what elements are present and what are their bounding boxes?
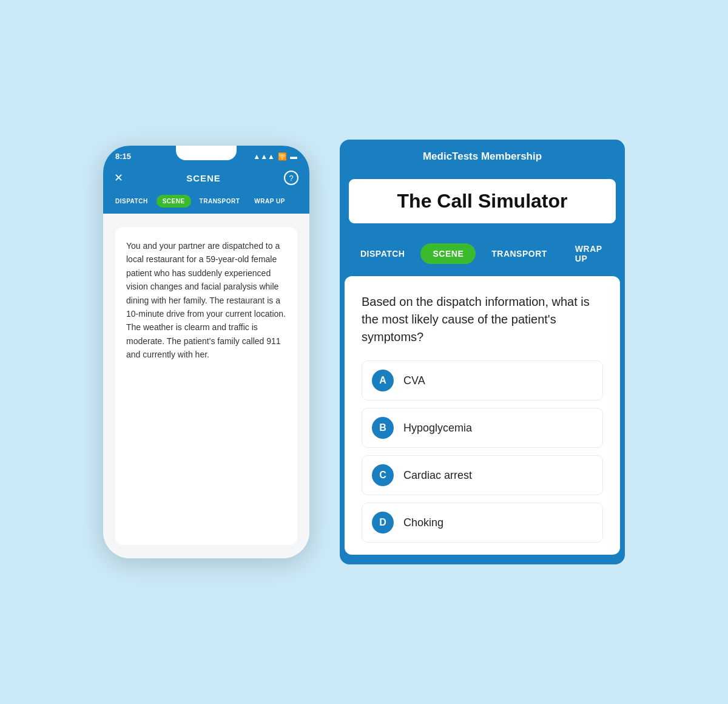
phone-frame: 8:15 ▲▲▲ 🛜 ▬ ✕ SCENE ? DISPATCH SCENE TR… xyxy=(103,146,309,558)
title-card: The Call Simulator xyxy=(347,177,618,225)
wifi-icon: 🛜 xyxy=(278,152,287,161)
question-text: Based on the dispatch information, what … xyxy=(362,293,603,346)
help-button[interactable]: ? xyxy=(284,171,298,185)
answer-option-a[interactable]: A CVA xyxy=(362,360,603,401)
phone-nav-bar: ✕ SCENE ? xyxy=(103,164,309,191)
answer-badge-b: B xyxy=(372,417,394,439)
answer-badge-a: A xyxy=(372,370,394,391)
phone-scenario-card: You and your partner are dispatched to a… xyxy=(115,227,297,545)
phone-content-area: You and your partner are dispatched to a… xyxy=(103,214,309,558)
signal-icon: ▲▲▲ xyxy=(253,152,275,161)
phone-tab-wrapup[interactable]: WRAP UP xyxy=(248,195,291,208)
battery-icon: ▬ xyxy=(290,152,297,161)
answer-text-a: CVA xyxy=(403,374,425,387)
right-tab-dispatch[interactable]: DISPATCH xyxy=(348,243,417,264)
help-icon: ? xyxy=(289,174,293,183)
phone-tabs: DISPATCH SCENE TRANSPORT WRAP UP xyxy=(103,191,309,214)
membership-header: MedicTests Membership xyxy=(342,142,622,171)
answer-option-c[interactable]: C Cardiac arrest xyxy=(362,455,603,495)
right-panel: MedicTests Membership The Call Simulator… xyxy=(340,140,625,564)
membership-label: MedicTests Membership xyxy=(423,151,542,162)
right-tabs: DISPATCH SCENE TRANSPORT WRAP UP xyxy=(342,231,622,276)
phone-tab-transport[interactable]: TRANSPORT xyxy=(194,195,246,208)
answer-text-d: Choking xyxy=(403,516,443,529)
app-title: The Call Simulator xyxy=(363,190,601,212)
membership-box: MedicTests Membership The Call Simulator… xyxy=(340,140,625,564)
right-tab-scene[interactable]: SCENE xyxy=(420,243,476,264)
answer-badge-c: C xyxy=(372,464,394,486)
phone-tab-dispatch[interactable]: DISPATCH xyxy=(109,195,154,208)
answer-text-c: Cardiac arrest xyxy=(403,469,472,482)
answer-text-b: Hypoglycemia xyxy=(403,422,472,435)
answer-badge-d: D xyxy=(372,512,394,533)
right-tab-transport[interactable]: TRANSPORT xyxy=(479,243,559,264)
question-card: Based on the dispatch information, what … xyxy=(345,276,620,555)
right-tab-wrapup[interactable]: WRAP UP xyxy=(563,239,616,269)
phone-mockup: 8:15 ▲▲▲ 🛜 ▬ ✕ SCENE ? DISPATCH SCENE TR… xyxy=(103,146,309,558)
phone-nav-title: SCENE xyxy=(186,173,221,183)
answer-option-d[interactable]: D Choking xyxy=(362,503,603,543)
phone-tab-scene[interactable]: SCENE xyxy=(157,195,191,208)
answer-option-b[interactable]: B Hypoglycemia xyxy=(362,408,603,448)
phone-scenario-text: You and your partner are dispatched to a… xyxy=(126,239,286,362)
close-icon[interactable]: ✕ xyxy=(114,171,123,184)
phone-status-icons: ▲▲▲ 🛜 ▬ xyxy=(253,152,297,161)
phone-notch xyxy=(176,146,237,160)
phone-time: 8:15 xyxy=(115,152,131,161)
